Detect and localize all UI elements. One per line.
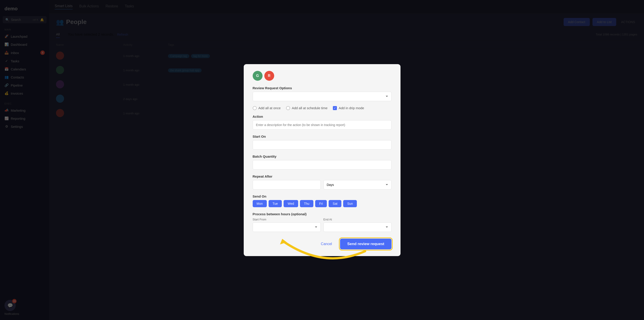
add-in-drip-mode-label: Add in drip mode	[339, 106, 364, 110]
days-group: Mon Tue Wed Thu Fri Sat Sun	[253, 200, 392, 207]
add-all-at-schedule-option[interactable]: Add all at schedule time	[286, 106, 328, 110]
start-from-label: Start From	[253, 218, 321, 221]
add-all-at-once-label: Add all at once	[258, 106, 281, 110]
start-from-col: Start From	[253, 218, 321, 232]
action-label: Action	[253, 115, 392, 118]
day-mon[interactable]: Mon	[253, 200, 267, 207]
cancel-button[interactable]: Cancel	[316, 239, 336, 249]
batch-quantity-section: Batch Quantity	[253, 155, 392, 170]
start-on-section: Start On	[253, 135, 392, 150]
repeat-after-unit-select[interactable]: Days Weeks Months	[324, 180, 392, 189]
add-all-at-once-option[interactable]: Add all at once	[253, 106, 281, 110]
start-on-input[interactable]	[253, 140, 392, 150]
repeat-after-section: Repeat After Days Weeks Months	[253, 174, 392, 189]
send-on-section: Send On Mon Tue Wed Thu Fri Sat Sun	[253, 194, 392, 207]
review-request-options-label: Review Request Options	[253, 86, 392, 90]
hours-row: Start From End At	[253, 218, 392, 232]
end-at-col: End At	[324, 218, 392, 232]
end-at-label: End At	[324, 218, 392, 221]
day-sun[interactable]: Sun	[343, 200, 357, 207]
start-on-label: Start On	[253, 135, 392, 138]
repeat-after-row: Days Weeks Months	[253, 180, 392, 189]
review-request-options-select[interactable]	[253, 92, 392, 101]
send-on-label: Send On	[253, 194, 392, 198]
avatar-g: G	[253, 71, 262, 81]
day-sat[interactable]: Sat	[328, 200, 342, 207]
batch-quantity-label: Batch Quantity	[253, 155, 392, 158]
avatar-r: R	[264, 71, 274, 81]
modal-footer: Cancel Send review request	[253, 239, 392, 249]
send-review-request-button[interactable]: Send review request	[340, 239, 391, 249]
day-tue[interactable]: Tue	[268, 200, 282, 207]
review-request-modal: G R Review Request Options Add all at on…	[244, 64, 400, 256]
process-hours-section: Process between hours (optional) Start F…	[253, 212, 392, 232]
action-input[interactable]	[253, 120, 392, 130]
end-at-select[interactable]	[324, 222, 392, 232]
review-request-dropdown-wrapper	[253, 92, 392, 101]
mode-options-group: Add all at once Add all at schedule time…	[253, 106, 392, 110]
modal-avatars: G R	[253, 71, 392, 81]
action-section: Action	[253, 115, 392, 130]
add-all-at-schedule-label: Add all at schedule time	[292, 106, 328, 110]
start-from-select[interactable]	[253, 222, 321, 232]
day-fri[interactable]: Fri	[315, 200, 327, 207]
day-thu[interactable]: Thu	[300, 200, 314, 207]
batch-quantity-input[interactable]	[253, 160, 392, 170]
add-in-drip-mode-checkbox[interactable]	[333, 106, 337, 110]
day-wed[interactable]: Wed	[284, 200, 298, 207]
add-all-at-once-radio[interactable]	[253, 106, 257, 110]
repeat-after-label: Repeat After	[253, 174, 392, 178]
repeat-after-input[interactable]	[253, 180, 321, 189]
add-in-drip-mode-option[interactable]: Add in drip mode	[333, 106, 364, 110]
add-all-at-schedule-radio[interactable]	[286, 106, 290, 110]
process-hours-label: Process between hours (optional)	[253, 212, 392, 216]
review-request-options-section: Review Request Options	[253, 86, 392, 101]
